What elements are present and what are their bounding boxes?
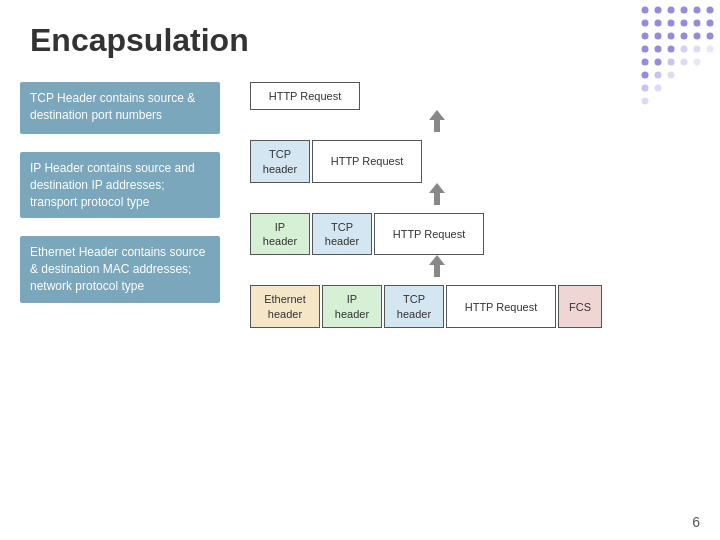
svg-point-13 [655,33,662,40]
tcp-desc-box: TCP Header contains source & destination… [20,82,220,134]
svg-point-15 [681,33,688,40]
svg-marker-35 [429,110,445,132]
tcp-cell-2: TCPheader [250,140,310,183]
diagram-row-4: Ethernetheader IPheader TCPheader HTTP R… [250,285,602,328]
svg-point-6 [642,20,649,27]
svg-marker-36 [429,183,445,205]
diagram-row-2: TCPheader HTTP Request [250,140,422,183]
svg-point-8 [668,20,675,27]
svg-point-16 [694,33,701,40]
svg-point-10 [694,20,701,27]
packet-row-4: Ethernetheader IPheader TCPheader HTTP R… [250,285,602,328]
ip-desc-box: IP Header contains source and destinatio… [20,152,220,218]
svg-point-21 [681,46,688,53]
http-cell-2: HTTP Request [312,140,422,183]
svg-point-20 [668,46,675,53]
svg-point-1 [655,7,662,14]
svg-point-14 [668,33,675,40]
ethernet-cell-4: Ethernetheader [250,285,320,328]
svg-point-29 [642,72,649,79]
svg-point-18 [642,46,649,53]
svg-point-22 [694,46,701,53]
svg-point-17 [707,33,714,40]
page-title: Encapsulation [0,0,720,69]
main-content: TCP Header contains source & destination… [0,74,720,328]
ethernet-desc-box: Ethernet Header contains source & destin… [20,236,220,302]
packet-row-3: IPheader TCPheader HTTP Request [250,213,484,256]
packet-row-2: TCPheader HTTP Request [250,140,422,183]
decorative-dot-grid: // dots generated via SVG circles [630,0,720,120]
svg-marker-37 [429,255,445,277]
svg-point-32 [642,85,649,92]
svg-point-9 [681,20,688,27]
svg-point-0 [642,7,649,14]
svg-point-23 [707,46,714,53]
ip-cell-4: IPheader [322,285,382,328]
packet-row-1: HTTP Request [250,82,360,110]
arrow-1 [425,110,449,132]
svg-point-7 [655,20,662,27]
svg-point-28 [694,59,701,66]
arrow-3 [425,255,449,277]
svg-point-4 [694,7,701,14]
page-number: 6 [692,514,700,530]
svg-point-33 [655,85,662,92]
ip-cell-3: IPheader [250,213,310,256]
svg-point-24 [642,59,649,66]
svg-point-3 [681,7,688,14]
diagram-row-1: HTTP Request [250,82,360,110]
svg-point-25 [655,59,662,66]
svg-point-11 [707,20,714,27]
svg-point-27 [681,59,688,66]
http-cell-3: HTTP Request [374,213,484,256]
svg-point-26 [668,59,675,66]
fcs-cell-4: FCS [558,285,602,328]
tcp-cell-3: TCPheader [312,213,372,256]
http-cell-1: HTTP Request [250,82,360,110]
arrow-2 [425,183,449,205]
svg-point-34 [642,98,649,105]
svg-point-31 [668,72,675,79]
tcp-cell-4: TCPheader [384,285,444,328]
svg-point-5 [707,7,714,14]
svg-point-2 [668,7,675,14]
svg-point-12 [642,33,649,40]
svg-point-19 [655,46,662,53]
diagram-row-3: IPheader TCPheader HTTP Request [250,213,484,256]
svg-point-30 [655,72,662,79]
descriptions-panel: TCP Header contains source & destination… [20,82,220,328]
http-cell-4: HTTP Request [446,285,556,328]
